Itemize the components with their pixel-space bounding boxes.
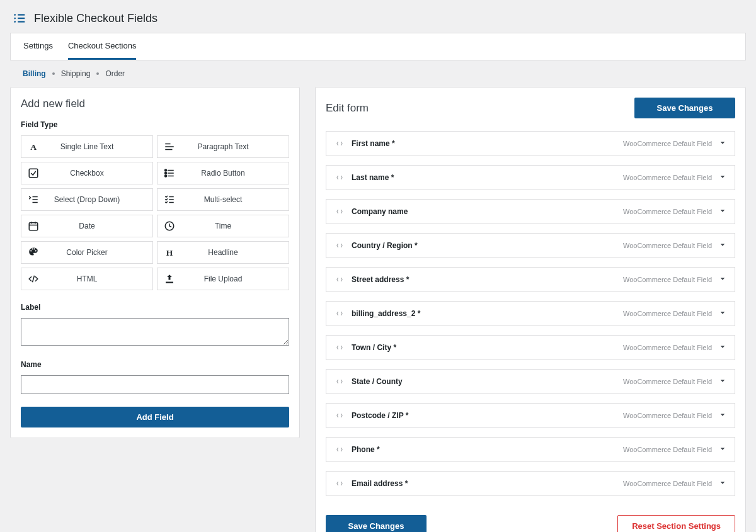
time-icon — [158, 220, 181, 232]
field-row[interactable]: Last name *WooCommerce Default Field — [326, 165, 735, 190]
chevron-down-icon[interactable] — [719, 242, 726, 249]
field-row[interactable]: First name *WooCommerce Default Field — [326, 131, 735, 156]
field-type-label: Radio Button — [181, 169, 289, 178]
default-field-badge: WooCommerce Default Field — [623, 310, 712, 317]
field-type-label: HTML — [45, 274, 152, 283]
field-row[interactable]: Street address *WooCommerce Default Fiel… — [326, 267, 735, 292]
drag-handle-icon[interactable] — [335, 411, 344, 420]
field-row[interactable]: Company nameWooCommerce Default Field — [326, 199, 735, 224]
field-type-paragraph-text[interactable]: Paragraph Text — [157, 135, 289, 158]
field-label: Country / Region * — [352, 241, 616, 250]
field-type-label: Single Line Text — [45, 142, 152, 151]
chevron-down-icon[interactable] — [719, 412, 726, 419]
chevron-down-icon[interactable] — [719, 310, 726, 317]
field-row[interactable]: billing_address_2 *WooCommerce Default F… — [326, 301, 735, 326]
default-field-badge: WooCommerce Default Field — [623, 446, 712, 453]
default-field-badge: WooCommerce Default Field — [623, 378, 712, 385]
field-type-file-upload[interactable]: File Upload — [157, 268, 289, 290]
chevron-down-icon[interactable] — [719, 174, 726, 181]
field-row[interactable]: Phone *WooCommerce Default Field — [326, 437, 735, 462]
field-type-label: Color Picker — [45, 248, 152, 257]
field-label: Last name * — [352, 173, 616, 182]
chevron-down-icon[interactable] — [719, 446, 726, 453]
save-changes-bottom-button[interactable]: Save Changes — [326, 515, 427, 532]
svg-point-12 — [165, 169, 167, 171]
drag-handle-icon[interactable] — [335, 275, 344, 284]
drag-handle-icon[interactable] — [335, 207, 344, 216]
drag-handle-icon[interactable] — [335, 377, 344, 386]
drag-handle-icon[interactable] — [335, 343, 344, 352]
drag-handle-icon[interactable] — [335, 241, 344, 250]
reset-section-button[interactable]: Reset Section Settings — [617, 515, 735, 532]
breadcrumb-separator — [96, 72, 99, 75]
field-row[interactable]: Email address *WooCommerce Default Field — [326, 471, 735, 496]
field-row[interactable]: Postcode / ZIP *WooCommerce Default Fiel… — [326, 403, 735, 428]
save-changes-top-button[interactable]: Save Changes — [634, 98, 735, 118]
name-input[interactable] — [21, 375, 289, 394]
svg-point-0 — [14, 14, 16, 16]
add-field-button[interactable]: Add Field — [21, 407, 289, 427]
field-type-label: Paragraph Text — [181, 142, 289, 151]
chevron-down-icon[interactable] — [719, 276, 726, 283]
svg-rect-10 — [29, 169, 38, 178]
chevron-down-icon[interactable] — [719, 140, 726, 147]
field-row[interactable]: Country / Region *WooCommerce Default Fi… — [326, 233, 735, 258]
field-type-single-line-text[interactable]: ASingle Line Text — [21, 135, 153, 158]
edit-form-panel: Edit form Save Changes First name *WooCo… — [315, 87, 746, 532]
tab-checkout-sections[interactable]: Checkout Sections — [68, 33, 136, 60]
field-row[interactable]: Town / City *WooCommerce Default Field — [326, 335, 735, 360]
list-logo-icon — [13, 11, 26, 25]
field-type-headline[interactable]: HHeadline — [157, 241, 289, 264]
chevron-down-icon[interactable] — [719, 344, 726, 351]
field-label: Phone * — [352, 445, 616, 454]
chevron-down-icon[interactable] — [719, 208, 726, 215]
field-type-label: File Upload — [181, 274, 289, 283]
svg-text:A: A — [30, 142, 37, 152]
default-field-badge: WooCommerce Default Field — [623, 174, 712, 181]
field-row[interactable]: State / CountyWooCommerce Default Field — [326, 369, 735, 394]
tab-settings[interactable]: Settings — [23, 33, 53, 60]
breadcrumb-billing[interactable]: Billing — [23, 69, 46, 78]
field-label: Company name — [352, 207, 616, 216]
field-type-select-drop-down-[interactable]: Select (Drop Down) — [21, 188, 153, 211]
field-type-multi-select[interactable]: Multi-select — [157, 188, 289, 211]
headline-icon: H — [158, 247, 181, 258]
default-field-badge: WooCommerce Default Field — [623, 480, 712, 487]
field-label: Town / City * — [352, 343, 616, 352]
drag-handle-icon[interactable] — [335, 309, 344, 318]
field-label: billing_address_2 * — [352, 309, 616, 318]
default-field-badge: WooCommerce Default Field — [623, 276, 712, 283]
select-icon — [21, 194, 45, 205]
breadcrumb-shipping[interactable]: Shipping — [61, 69, 91, 78]
upload-icon — [158, 273, 181, 285]
field-type-html[interactable]: HTML — [21, 268, 153, 290]
text-icon: A — [21, 141, 45, 152]
field-type-label: Time — [181, 222, 289, 230]
chevron-down-icon[interactable] — [719, 480, 726, 487]
field-label: First name * — [352, 139, 616, 148]
svg-point-16 — [165, 175, 167, 177]
default-field-badge: WooCommerce Default Field — [623, 412, 712, 419]
add-field-title: Add new field — [21, 98, 289, 110]
paragraph-icon — [158, 141, 181, 152]
field-type-color-picker[interactable]: Color Picker — [21, 241, 153, 264]
field-type-time[interactable]: Time — [157, 215, 289, 237]
field-type-radio-button[interactable]: Radio Button — [157, 162, 289, 184]
field-type-label: Field Type — [21, 120, 289, 129]
drag-handle-icon[interactable] — [335, 479, 344, 488]
label-input[interactable] — [21, 318, 289, 346]
breadcrumb: BillingShippingOrder — [10, 60, 746, 87]
breadcrumb-order[interactable]: Order — [105, 69, 125, 78]
field-label: Email address * — [352, 479, 616, 488]
svg-rect-23 — [29, 223, 38, 230]
date-icon — [21, 220, 45, 232]
drag-handle-icon[interactable] — [335, 445, 344, 454]
default-field-badge: WooCommerce Default Field — [623, 208, 712, 215]
drag-handle-icon[interactable] — [335, 173, 344, 182]
chevron-down-icon[interactable] — [719, 378, 726, 385]
name-input-label: Name — [21, 360, 289, 369]
page-title: Flexible Checkout Fields — [34, 12, 158, 25]
drag-handle-icon[interactable] — [335, 139, 344, 148]
field-type-checkbox[interactable]: Checkbox — [21, 162, 153, 184]
field-type-date[interactable]: Date — [21, 215, 153, 237]
